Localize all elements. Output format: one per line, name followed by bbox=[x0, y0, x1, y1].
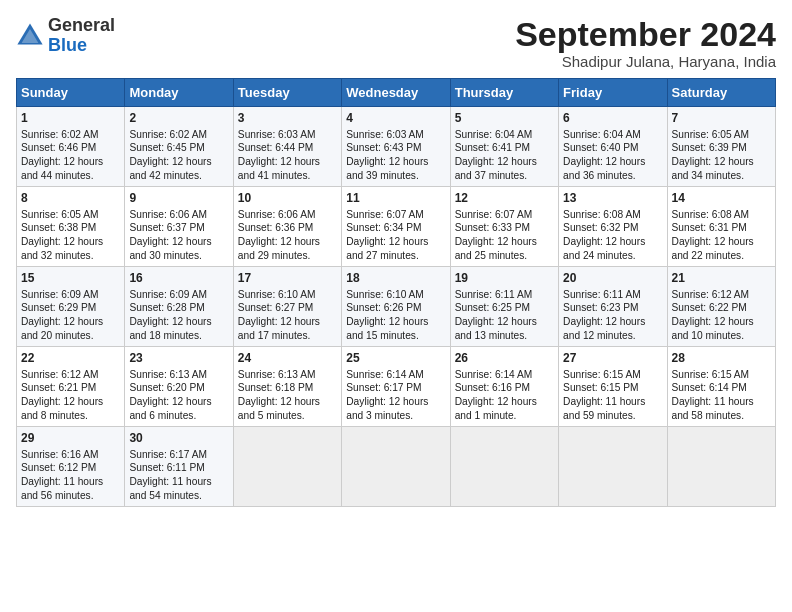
sunset: Sunset: 6:41 PM bbox=[455, 142, 530, 153]
daylight: Daylight: 12 hours and 39 minutes. bbox=[346, 156, 428, 181]
logo-text: General Blue bbox=[48, 16, 115, 56]
sunset: Sunset: 6:31 PM bbox=[672, 222, 747, 233]
sunrise: Sunrise: 6:09 AM bbox=[21, 289, 99, 300]
sunrise: Sunrise: 6:07 AM bbox=[455, 209, 533, 220]
calendar-cell: 1Sunrise: 6:02 AMSunset: 6:46 PMDaylight… bbox=[17, 107, 125, 187]
sunrise: Sunrise: 6:12 AM bbox=[672, 289, 750, 300]
sunset: Sunset: 6:32 PM bbox=[563, 222, 638, 233]
sunset: Sunset: 6:37 PM bbox=[129, 222, 204, 233]
day-number: 12 bbox=[455, 190, 554, 206]
sunrise: Sunrise: 6:04 AM bbox=[563, 129, 641, 140]
logo-icon bbox=[16, 22, 44, 50]
daylight: Daylight: 12 hours and 32 minutes. bbox=[21, 236, 103, 261]
sunrise: Sunrise: 6:04 AM bbox=[455, 129, 533, 140]
day-number: 6 bbox=[563, 110, 662, 126]
calendar-cell: 14Sunrise: 6:08 AMSunset: 6:31 PMDayligh… bbox=[667, 187, 775, 267]
daylight: Daylight: 12 hours and 12 minutes. bbox=[563, 316, 645, 341]
calendar-cell: 18Sunrise: 6:10 AMSunset: 6:26 PMDayligh… bbox=[342, 267, 450, 347]
daylight: Daylight: 12 hours and 6 minutes. bbox=[129, 396, 211, 421]
page-container: General Blue September 2024 Shadipur Jul… bbox=[0, 0, 792, 515]
daylight: Daylight: 12 hours and 17 minutes. bbox=[238, 316, 320, 341]
calendar-cell bbox=[342, 427, 450, 507]
sunset: Sunset: 6:34 PM bbox=[346, 222, 421, 233]
calendar-cell: 23Sunrise: 6:13 AMSunset: 6:20 PMDayligh… bbox=[125, 347, 233, 427]
header: General Blue September 2024 Shadipur Jul… bbox=[16, 16, 776, 70]
sunrise: Sunrise: 6:12 AM bbox=[21, 369, 99, 380]
daylight: Daylight: 12 hours and 1 minute. bbox=[455, 396, 537, 421]
title-area: September 2024 Shadipur Julana, Haryana,… bbox=[515, 16, 776, 70]
day-number: 24 bbox=[238, 350, 337, 366]
calendar-cell: 6Sunrise: 6:04 AMSunset: 6:40 PMDaylight… bbox=[559, 107, 667, 187]
sunset: Sunset: 6:22 PM bbox=[672, 302, 747, 313]
sunrise: Sunrise: 6:06 AM bbox=[129, 209, 207, 220]
sunrise: Sunrise: 6:10 AM bbox=[238, 289, 316, 300]
daylight: Daylight: 11 hours and 59 minutes. bbox=[563, 396, 645, 421]
daylight: Daylight: 11 hours and 58 minutes. bbox=[672, 396, 754, 421]
sunset: Sunset: 6:25 PM bbox=[455, 302, 530, 313]
calendar-cell: 29Sunrise: 6:16 AMSunset: 6:12 PMDayligh… bbox=[17, 427, 125, 507]
logo: General Blue bbox=[16, 16, 115, 56]
sunset: Sunset: 6:38 PM bbox=[21, 222, 96, 233]
calendar-cell: 20Sunrise: 6:11 AMSunset: 6:23 PMDayligh… bbox=[559, 267, 667, 347]
sunset: Sunset: 6:43 PM bbox=[346, 142, 421, 153]
daylight: Daylight: 12 hours and 44 minutes. bbox=[21, 156, 103, 181]
sunrise: Sunrise: 6:11 AM bbox=[563, 289, 641, 300]
calendar-week-row: 1Sunrise: 6:02 AMSunset: 6:46 PMDaylight… bbox=[17, 107, 776, 187]
daylight: Daylight: 12 hours and 29 minutes. bbox=[238, 236, 320, 261]
sunset: Sunset: 6:29 PM bbox=[21, 302, 96, 313]
sunrise: Sunrise: 6:14 AM bbox=[455, 369, 533, 380]
sunrise: Sunrise: 6:08 AM bbox=[672, 209, 750, 220]
sunrise: Sunrise: 6:16 AM bbox=[21, 449, 99, 460]
calendar-week-row: 8Sunrise: 6:05 AMSunset: 6:38 PMDaylight… bbox=[17, 187, 776, 267]
calendar-cell: 16Sunrise: 6:09 AMSunset: 6:28 PMDayligh… bbox=[125, 267, 233, 347]
daylight: Daylight: 12 hours and 37 minutes. bbox=[455, 156, 537, 181]
day-number: 27 bbox=[563, 350, 662, 366]
calendar-cell: 25Sunrise: 6:14 AMSunset: 6:17 PMDayligh… bbox=[342, 347, 450, 427]
day-number: 19 bbox=[455, 270, 554, 286]
sunrise: Sunrise: 6:13 AM bbox=[129, 369, 207, 380]
sunrise: Sunrise: 6:02 AM bbox=[21, 129, 99, 140]
day-number: 1 bbox=[21, 110, 120, 126]
sunrise: Sunrise: 6:06 AM bbox=[238, 209, 316, 220]
day-number: 7 bbox=[672, 110, 771, 126]
sunset: Sunset: 6:36 PM bbox=[238, 222, 313, 233]
location: Shadipur Julana, Haryana, India bbox=[515, 53, 776, 70]
sunrise: Sunrise: 6:07 AM bbox=[346, 209, 424, 220]
calendar-cell: 26Sunrise: 6:14 AMSunset: 6:16 PMDayligh… bbox=[450, 347, 558, 427]
day-number: 9 bbox=[129, 190, 228, 206]
daylight: Daylight: 12 hours and 15 minutes. bbox=[346, 316, 428, 341]
day-number: 29 bbox=[21, 430, 120, 446]
day-number: 14 bbox=[672, 190, 771, 206]
sunrise: Sunrise: 6:02 AM bbox=[129, 129, 207, 140]
sunrise: Sunrise: 6:03 AM bbox=[346, 129, 424, 140]
calendar-cell: 27Sunrise: 6:15 AMSunset: 6:15 PMDayligh… bbox=[559, 347, 667, 427]
daylight: Daylight: 12 hours and 41 minutes. bbox=[238, 156, 320, 181]
month-title: September 2024 bbox=[515, 16, 776, 53]
calendar-cell: 7Sunrise: 6:05 AMSunset: 6:39 PMDaylight… bbox=[667, 107, 775, 187]
daylight: Daylight: 12 hours and 36 minutes. bbox=[563, 156, 645, 181]
col-monday: Monday bbox=[125, 79, 233, 107]
sunrise: Sunrise: 6:09 AM bbox=[129, 289, 207, 300]
calendar-table: Sunday Monday Tuesday Wednesday Thursday… bbox=[16, 78, 776, 507]
sunrise: Sunrise: 6:15 AM bbox=[563, 369, 641, 380]
day-number: 26 bbox=[455, 350, 554, 366]
calendar-week-row: 22Sunrise: 6:12 AMSunset: 6:21 PMDayligh… bbox=[17, 347, 776, 427]
daylight: Daylight: 12 hours and 13 minutes. bbox=[455, 316, 537, 341]
calendar-cell: 8Sunrise: 6:05 AMSunset: 6:38 PMDaylight… bbox=[17, 187, 125, 267]
day-number: 18 bbox=[346, 270, 445, 286]
day-number: 16 bbox=[129, 270, 228, 286]
calendar-week-row: 29Sunrise: 6:16 AMSunset: 6:12 PMDayligh… bbox=[17, 427, 776, 507]
calendar-cell: 24Sunrise: 6:13 AMSunset: 6:18 PMDayligh… bbox=[233, 347, 341, 427]
day-number: 25 bbox=[346, 350, 445, 366]
sunset: Sunset: 6:18 PM bbox=[238, 382, 313, 393]
col-friday: Friday bbox=[559, 79, 667, 107]
calendar-cell: 5Sunrise: 6:04 AMSunset: 6:41 PMDaylight… bbox=[450, 107, 558, 187]
calendar-cell bbox=[667, 427, 775, 507]
day-number: 17 bbox=[238, 270, 337, 286]
sunrise: Sunrise: 6:15 AM bbox=[672, 369, 750, 380]
daylight: Daylight: 12 hours and 24 minutes. bbox=[563, 236, 645, 261]
day-number: 22 bbox=[21, 350, 120, 366]
sunset: Sunset: 6:39 PM bbox=[672, 142, 747, 153]
daylight: Daylight: 12 hours and 25 minutes. bbox=[455, 236, 537, 261]
sunset: Sunset: 6:12 PM bbox=[21, 462, 96, 473]
